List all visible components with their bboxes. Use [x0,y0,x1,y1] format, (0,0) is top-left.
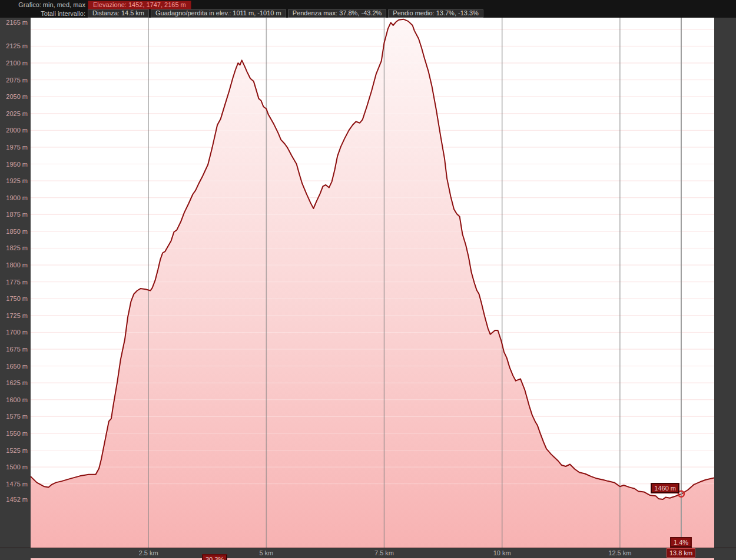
graph-minmedmax-label: Grafico: min, med, max [0,1,88,8]
y-axis-label: 1625 m [6,379,28,386]
distance-stat-box: Distanza: 14.5 km [88,9,149,18]
cursor-elevation-badge: 1460 m [651,483,679,493]
x-axis-label: 2.5 km [139,549,158,556]
elevation-area-chart [31,18,714,548]
gain-loss-stat-box: Guadagno/perdita in elev.: 1011 m, -1010… [151,9,286,18]
y-axis-label: 2050 m [6,93,28,100]
header-row-graph: Grafico: min, med, max Elevazione: 1452,… [0,1,191,9]
x-axis-label: 7.5 km [374,549,394,556]
y-axis-label: 2100 m [6,59,28,67]
y-axis-label: 1475 m [6,481,28,488]
y-axis-label: 2000 m [6,127,28,134]
x-axis-label: 10 km [493,549,511,556]
y-axis-label: 2025 m [6,110,28,117]
slope-max-badge-clipped: 30.3% [203,555,227,560]
elevation-area-fill [31,19,714,548]
y-axis-label: 1725 m [6,312,28,319]
y-axis-label: 1975 m [6,144,28,151]
y-axis-label: 2075 m [6,77,28,84]
y-axis-label: 1525 m [6,447,28,454]
y-axis-label: 1775 m [6,279,28,286]
x-axis-label: 12.5 km [608,549,631,556]
y-axis-label: 1575 m [6,413,28,420]
interval-totals-label: Totali intervallo: [0,10,88,17]
y-axis-label: 1452 m [6,496,28,503]
max-slope-stat-box: Pendenza max: 37.8%, -43.2% [288,9,387,18]
y-axis-label: 1825 m [6,244,28,251]
avg-slope-stat-box: Pendio medio: 13.7%, -13.3% [388,9,483,18]
y-axis-label: 1750 m [6,295,28,302]
y-axis-label-gutter: 2165 m2125 m2100 m2075 m2050 m2025 m2000… [0,18,31,548]
y-axis-label: 1500 m [6,463,28,470]
cursor-distance-badge: 13.8 km [667,548,695,558]
y-axis-label: 1800 m [6,261,28,269]
y-axis-label: 1900 m [6,194,28,201]
y-axis-label: 1925 m [6,177,28,184]
y-axis-label: 1650 m [6,363,28,370]
x-axis-label: 5 km [259,549,273,556]
y-axis-label: 1600 m [6,396,28,403]
y-axis-label: 1700 m [6,329,28,336]
header-row-totals: Totali intervallo: Distanza: 14.5 km Gua… [0,9,485,18]
y-axis-label: 1675 m [6,346,28,353]
y-axis-label: 2165 m [6,19,28,26]
y-axis-label: 1950 m [6,161,28,168]
y-axis-label: 1550 m [6,430,28,437]
chart-header: Grafico: min, med, max Elevazione: 1452,… [0,0,736,18]
elevation-chart-plot[interactable] [31,18,714,548]
x-axis-band: 2.5 km5 km7.5 km10 km12.5 km [0,548,736,558]
y-axis-label: 1850 m [6,228,28,235]
elevation-profile-page: Grafico: min, med, max Elevazione: 1452,… [0,0,736,560]
y-axis-label: 2125 m [6,42,28,49]
y-axis-label: 1875 m [6,211,28,218]
cursor-slope-badge: 1.4% [671,538,691,547]
elevation-summary-badge: Elevazione: 1452, 1747, 2165 m [88,1,191,9]
